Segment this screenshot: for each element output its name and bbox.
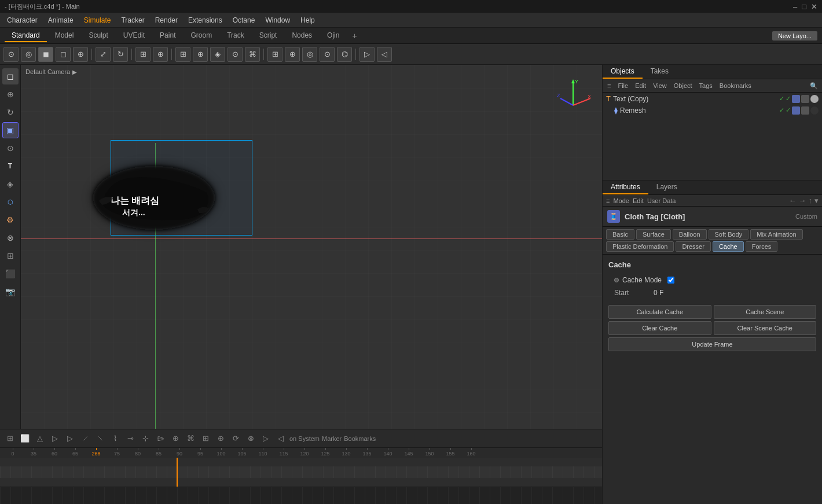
menu-window[interactable]: Window [260, 15, 295, 25]
tl-tool-4[interactable]: ▷ [49, 432, 61, 445]
toolbar-transform-rotate[interactable]: ↻ [113, 47, 128, 62]
update-frame-button[interactable]: Update Frame [608, 337, 816, 351]
toolbar-render-to-picture[interactable]: ◻ [56, 47, 71, 62]
sidebar-icon-deformer[interactable]: ⊗ [2, 230, 19, 246]
cache-scene-button[interactable]: Cache Scene [714, 305, 817, 319]
sidebar-icon-select[interactable]: ◻ [2, 68, 19, 84]
remesh-layer-icon[interactable] [792, 106, 800, 115]
toolbar-snap-1[interactable]: ⊞ [267, 47, 282, 62]
add-layout-button[interactable]: + [347, 30, 361, 42]
toolbar-axis-2[interactable]: ⊕ [193, 47, 208, 62]
tl-tool-18[interactable]: ▷ [259, 432, 272, 445]
menu-octane[interactable]: Octane [228, 15, 260, 25]
new-layout-button[interactable]: New Layo... [772, 31, 817, 41]
toolbar-snap-3[interactable]: ◎ [302, 47, 317, 62]
cloth-tab-cache[interactable]: Cache [713, 241, 744, 252]
scene-object[interactable]: 나는 배려심 서겨... [90, 152, 218, 233]
close-button[interactable]: ✕ [811, 2, 817, 11]
tab-ojin[interactable]: Ojin [320, 30, 346, 42]
menu-character[interactable]: Character [2, 15, 42, 25]
cloth-tab-plastic[interactable]: Plastic Deformation [606, 241, 674, 252]
timeline-playhead[interactable] [177, 458, 178, 487]
menu-simulate[interactable]: Simulate [79, 15, 116, 25]
tl-tool-3[interactable]: △ [34, 432, 46, 445]
tl-tool-19[interactable]: ◁ [274, 432, 287, 445]
sidebar-icon-effector[interactable]: ⊞ [2, 248, 19, 264]
sidebar-icon-scene[interactable]: ⬛ [2, 266, 19, 282]
tab-standard[interactable]: Standard [5, 30, 47, 42]
tab-paint[interactable]: Paint [153, 30, 182, 42]
maximize-button[interactable]: □ [802, 2, 806, 11]
sidebar-icon-spline[interactable]: ◈ [2, 176, 19, 192]
cloth-tab-surface[interactable]: Surface [636, 229, 671, 240]
remesh-render-check[interactable]: ✓ [786, 106, 791, 115]
attr-nav-back[interactable]: ← [789, 196, 797, 205]
attr-mode-menu[interactable]: Mode [613, 197, 629, 204]
tab-sculpt[interactable]: Sculpt [82, 30, 115, 42]
menu-render[interactable]: Render [151, 15, 182, 25]
tl-tool-8[interactable]: ⌇ [109, 432, 122, 445]
attr-userdata-menu[interactable]: User Data [647, 197, 676, 204]
menu-animate[interactable]: Animate [43, 15, 78, 25]
toolbar-snap-grid[interactable]: ⊞ [135, 47, 151, 62]
menu-tracker[interactable]: Tracker [116, 15, 149, 25]
remesh-tag-icon-1[interactable] [801, 106, 809, 115]
objects-file-menu[interactable]: File [615, 82, 630, 90]
toolbar-play-2[interactable]: ◁ [377, 47, 392, 62]
sidebar-icon-generator[interactable]: ⚙ [2, 212, 19, 228]
tl-label-marker[interactable]: Marker [322, 435, 342, 442]
tl-tool-11[interactable]: ⌲ [154, 432, 167, 445]
objects-object-menu[interactable]: Object [671, 82, 695, 90]
clear-scene-cache-button[interactable]: Clear Scene Cache [714, 321, 817, 335]
menu-extensions[interactable]: Extensions [184, 15, 227, 25]
sidebar-icon-text[interactable]: T [2, 158, 19, 174]
remesh-visible-check[interactable]: ✓ [779, 106, 784, 115]
attr-edit-menu[interactable]: Edit [633, 197, 644, 204]
remesh-tag-icon-2[interactable] [810, 106, 819, 115]
calculate-cache-button[interactable]: Calculate Cache [608, 305, 711, 319]
sidebar-icon-primitive[interactable]: ⬡ [2, 194, 19, 210]
tab-model[interactable]: Model [48, 30, 81, 42]
clear-cache-button[interactable]: Clear Cache [608, 321, 711, 335]
minimize-button[interactable]: – [793, 2, 797, 11]
tab-track[interactable]: Track [220, 30, 251, 42]
obj-render-check[interactable]: ✓ [786, 95, 791, 103]
toolbar-play-1[interactable]: ▷ [359, 47, 375, 62]
sidebar-icon-camera[interactable]: 📷 [2, 284, 19, 300]
tab-script[interactable]: Script [252, 30, 284, 42]
tl-tool-7[interactable]: ⟍ [94, 432, 107, 445]
keyframe-bar[interactable] [0, 487, 602, 504]
obj-layer-icon[interactable] [792, 95, 800, 103]
toolbar-axis-5[interactable]: ⌘ [245, 47, 260, 62]
cloth-tab-forces[interactable]: Forces [746, 241, 778, 252]
cloth-tab-balloon[interactable]: Balloon [673, 229, 707, 240]
tl-tool-12[interactable]: ⊕ [169, 432, 182, 445]
tab-objects[interactable]: Objects [603, 65, 643, 79]
tl-label-bookmarks[interactable]: Bookmarks [344, 435, 376, 442]
obj-tag-icon-2[interactable] [810, 95, 819, 103]
objects-search-button[interactable]: 🔍 [808, 80, 820, 91]
cloth-tab-basic[interactable]: Basic [606, 229, 634, 240]
objects-tags-menu[interactable]: Tags [697, 82, 715, 90]
toolbar-axis-3[interactable]: ◈ [210, 47, 225, 62]
toolbar-axis-lock[interactable]: ⊞ [175, 47, 190, 62]
toolbar-snap-vertex[interactable]: ⊕ [153, 47, 168, 62]
tl-tool-6[interactable]: ⟋ [79, 432, 91, 445]
attr-nav-menu[interactable]: ▾ [814, 196, 819, 205]
attr-menu-icon[interactable]: ≡ [606, 197, 610, 204]
sidebar-icon-move[interactable]: ⊕ [2, 86, 19, 102]
toolbar-render-viewport[interactable]: ◼ [38, 47, 53, 62]
objects-edit-menu[interactable]: Edit [633, 82, 648, 90]
cache-mode-checkbox[interactable] [667, 277, 674, 284]
tl-tool-1[interactable]: ⊞ [3, 432, 16, 445]
tl-tool-9[interactable]: ⊸ [124, 432, 137, 445]
tl-tool-15[interactable]: ⊕ [214, 432, 227, 445]
sidebar-icon-object[interactable]: ⊙ [2, 140, 19, 156]
toolbar-render-all[interactable]: ⊕ [73, 47, 88, 62]
tl-tool-5[interactable]: ▷ [64, 432, 76, 445]
tl-tool-2[interactable]: ⬜ [19, 432, 31, 445]
cloth-tab-softbody[interactable]: Soft Body [709, 229, 749, 240]
tl-tool-13[interactable]: ⌘ [184, 432, 197, 445]
tab-groom[interactable]: Groom [184, 30, 219, 42]
tab-attributes[interactable]: Attributes [603, 181, 648, 194]
